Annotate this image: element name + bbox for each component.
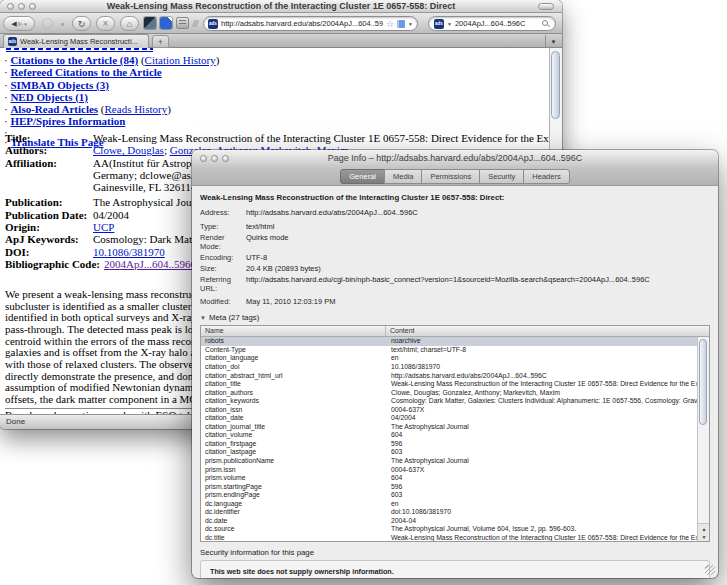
home-icon: ⌂ xyxy=(127,19,132,29)
bookmark-toolbar-icon[interactable] xyxy=(144,17,156,29)
back-icon[interactable]: ◀ xyxy=(11,20,16,28)
meta-section-header[interactable]: ▼ Meta (27 tags) xyxy=(200,313,710,322)
browser-titlebar[interactable]: Weak-Lensing Mass Reconstruction of the … xyxy=(0,0,562,13)
scroll-up-icon[interactable]: ▲ xyxy=(702,526,707,532)
meta-row[interactable]: citation_languageen xyxy=(201,354,697,363)
meta-name-cell: citation_issn xyxy=(201,406,386,415)
zoom-button[interactable] xyxy=(222,155,229,162)
archive-drawer-icon[interactable] xyxy=(176,17,189,29)
search-engine-favicon[interactable]: ads xyxy=(434,19,444,29)
stop-button[interactable]: × xyxy=(96,16,115,31)
info-field-value: 20.4 KB (20893 bytes) xyxy=(246,264,710,273)
meta-row[interactable]: citation_lastpage603 xyxy=(201,448,697,457)
page-info-tabstrip: GeneralMediaPermissionsSecurityHeaders xyxy=(192,168,718,186)
meta-content-cell: doi:10.1086/381970 xyxy=(386,508,697,517)
tab-active[interactable]: ads Weak-Lensing Mass Reconstructi... xyxy=(3,34,149,48)
info-field-label: Address: xyxy=(200,208,246,217)
meta-row[interactable]: citation_doi10.1086/381970 xyxy=(201,363,697,372)
meta-row[interactable]: prism.startingPage596 xyxy=(201,483,697,492)
close-button[interactable] xyxy=(200,155,207,162)
meta-table: Name Content robotsnoarchiveContent-Type… xyxy=(200,325,710,542)
feed-icon[interactable] xyxy=(397,20,405,28)
forward-icon[interactable]: ▶ xyxy=(18,20,23,28)
minimize-button[interactable] xyxy=(18,3,25,10)
resize-grip[interactable] xyxy=(705,565,715,575)
meta-row[interactable]: citation_authorsClowe, Douglas; Gonzalez… xyxy=(201,389,697,398)
tab-security[interactable]: Security xyxy=(479,169,524,184)
meta-content-cell: 603 xyxy=(386,491,697,500)
bookmark-sidebar-icon[interactable] xyxy=(160,17,172,29)
url-bar[interactable]: ads http://adsabs.harvard.edu/abs/2004Ap… xyxy=(203,16,418,31)
meta-row[interactable]: Content-Typetext/html; charset=UTF-8 xyxy=(201,346,697,355)
meta-content-cell: 0004-637X xyxy=(386,406,697,415)
home-button[interactable]: ⌂ xyxy=(120,16,139,31)
meta-row[interactable]: citation_date04/2004 xyxy=(201,414,697,423)
meta-table-rows: robotsnoarchiveContent-Typetext/html; ch… xyxy=(201,337,697,541)
meta-row[interactable]: citation_issn0004-637X xyxy=(201,406,697,415)
search-engine-dropdown-icon[interactable]: ▼ xyxy=(447,21,452,27)
meta-row[interactable]: citation_titleWeak-Lensing Mass Reconstr… xyxy=(201,380,697,389)
meta-row[interactable]: citation_firstpage596 xyxy=(201,440,697,449)
tab-favicon: ads xyxy=(8,37,17,46)
search-bar[interactable]: ads ▼ 2004ApJ...604..596C xyxy=(428,16,556,31)
meta-name-cell: dc.source xyxy=(201,525,386,534)
minimize-button[interactable] xyxy=(211,155,218,162)
page-info-window: Page Info – http://adsabs.harvard.edu/ab… xyxy=(192,150,718,578)
page-info-titlebar[interactable]: Page Info – http://adsabs.harvard.edu/ab… xyxy=(192,150,718,168)
scroll-down-icon[interactable]: ▼ xyxy=(702,534,707,540)
search-text[interactable]: 2004ApJ...604..596C xyxy=(455,19,539,28)
toolbar-toggle-button[interactable] xyxy=(538,3,554,10)
back-forward-buttons[interactable]: ◀ ▶ ▾ xyxy=(3,16,35,31)
meta-row[interactable]: dc.sourceThe Astrophysical Journal, Volu… xyxy=(201,525,697,534)
info-field-row: Encoding:UTF-8 xyxy=(200,253,710,262)
meta-content-cell: Clowe, Douglas; Gonzalez, Anthony; Marke… xyxy=(386,389,697,398)
meta-row[interactable]: dc.identifierdoi:10.1086/381970 xyxy=(201,508,697,517)
reload-button[interactable]: ↻ xyxy=(72,16,91,31)
meta-name-cell: citation_abstract_html_url xyxy=(201,372,386,381)
meta-row[interactable]: dc.date2004-04 xyxy=(201,517,697,526)
meta-content-cell: The Astrophysical Journal, Volume 604, I… xyxy=(386,525,697,534)
meta-row[interactable]: dc.languageen xyxy=(201,500,697,509)
info-field-value: http://adsabs.harvard.edu/abs/2004ApJ...… xyxy=(246,208,710,217)
info-field-row: Size:20.4 KB (20893 bytes) xyxy=(200,264,710,273)
tab-headers[interactable]: Headers xyxy=(523,169,569,184)
bookmark-star-icon[interactable]: ☆ xyxy=(386,19,394,29)
tab-general[interactable]: General xyxy=(340,169,385,184)
search-icon[interactable] xyxy=(542,20,550,28)
meta-row[interactable]: citation_keywordsCosmology: Dark Matter,… xyxy=(201,397,697,406)
info-field-value: May 11, 2010 12:03:19 PM xyxy=(246,297,710,306)
column-header-name[interactable]: Name xyxy=(201,326,386,336)
info-field-label: Type: xyxy=(200,222,246,231)
info-field-row: Render Mode:Quirks mode xyxy=(200,233,710,251)
close-button[interactable] xyxy=(7,3,14,10)
meta-row[interactable]: citation_volume604 xyxy=(201,431,697,440)
url-text[interactable]: http://adsabs.harvard.edu/abs/2004ApJ...… xyxy=(221,19,383,28)
tab-title: Weak-Lensing Mass Reconstructi... xyxy=(20,37,138,46)
list-all-tabs-button[interactable]: ▼ xyxy=(545,35,561,48)
scrollbar-thumb[interactable] xyxy=(699,339,707,425)
meta-row[interactable]: prism.endingPage603 xyxy=(201,491,697,500)
meta-row[interactable]: citation_journal_titleThe Astrophysical … xyxy=(201,423,697,432)
column-header-content[interactable]: Content xyxy=(386,326,709,336)
meta-content-cell: 2004-04 xyxy=(386,517,697,526)
zoom-button[interactable] xyxy=(29,3,36,10)
small-gray-icon[interactable] xyxy=(192,20,199,27)
scrollbar-thumb[interactable] xyxy=(551,51,560,119)
meta-content-cell: 604 xyxy=(386,474,697,483)
meta-row[interactable]: robotsnoarchive xyxy=(201,337,697,346)
meta-row[interactable]: citation_abstract_html_urlhttp://adsabs.… xyxy=(201,372,697,381)
meta-row[interactable]: prism.volume604 xyxy=(201,474,697,483)
window-title: Weak-Lensing Mass Reconstruction of the … xyxy=(0,0,562,12)
history-dropdown-icon[interactable]: ▾ xyxy=(24,21,27,27)
disabled-button-ghost xyxy=(42,18,53,29)
meta-table-scrollbar[interactable]: ▲ ▼ xyxy=(697,337,709,541)
tab-permissions[interactable]: Permissions xyxy=(421,169,480,184)
meta-row[interactable]: prism.publicationNameThe Astrophysical J… xyxy=(201,457,697,466)
url-dropdown-icon[interactable]: ▼ xyxy=(408,21,413,27)
disclosure-triangle-icon[interactable]: ▼ xyxy=(200,315,206,321)
meta-content-cell: 10.1086/381970 xyxy=(386,363,697,372)
meta-row[interactable]: dc.titleWeak-Lensing Mass Reconstruction… xyxy=(201,534,697,541)
tab-media[interactable]: Media xyxy=(384,169,422,184)
new-tab-button[interactable]: + xyxy=(152,35,169,48)
meta-row[interactable]: prism.issn0004-637X xyxy=(201,466,697,475)
